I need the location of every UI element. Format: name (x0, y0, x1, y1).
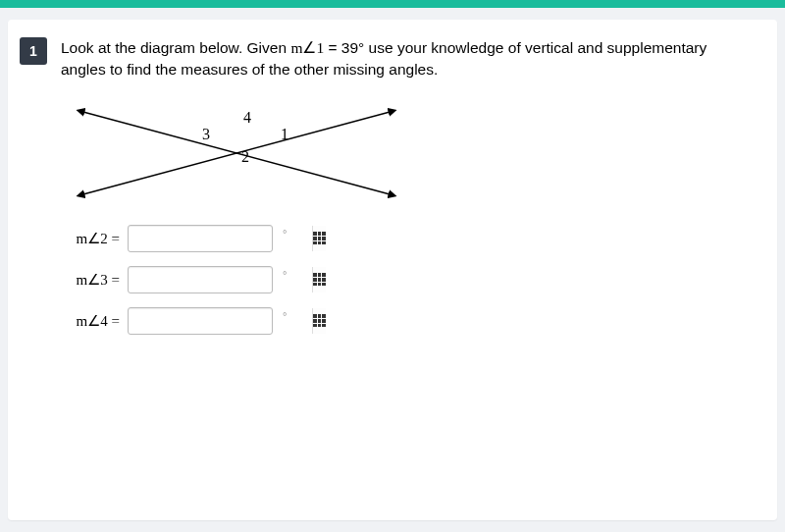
keypad-button-3[interactable] (312, 267, 326, 293)
keypad-icon (313, 273, 326, 286)
keypad-icon (313, 232, 326, 244)
angle-label-3: 3 (202, 126, 210, 143)
keypad-icon (313, 314, 326, 327)
answer-label-4: m∠4 = (65, 312, 120, 330)
given-value: 39° (341, 39, 364, 56)
question-number-badge: 1 (20, 37, 47, 65)
unit-degree-4: ° (283, 310, 287, 322)
question-card: 1 Look at the diagram below. Given m∠1 =… (8, 20, 777, 520)
answers-block: m∠2 = ° m∠3 = (65, 225, 754, 335)
angle-label-4: 4 (243, 109, 251, 127)
angles-diagram: 4 3 1 2 (65, 99, 408, 207)
angle-label-1: 1 (281, 126, 288, 143)
unit-degree-3: ° (283, 269, 287, 281)
answer-box-4 (128, 307, 273, 335)
answer-box-2 (128, 225, 273, 252)
given-variable: m∠1 (290, 39, 324, 56)
answer-label-3: m∠3 = (65, 271, 120, 289)
diagram-container: 4 3 1 2 (65, 99, 754, 207)
angle-label-2: 2 (241, 148, 249, 166)
diagram-svg (65, 99, 408, 207)
answer-label-2: m∠2 = (65, 230, 120, 247)
unit-degree-2: ° (283, 228, 287, 239)
answer-row-4: m∠4 = ° (65, 307, 754, 335)
top-accent-bar (0, 0, 785, 8)
question-header: 1 Look at the diagram below. Given m∠1 =… (20, 37, 754, 81)
keypad-button-2[interactable] (312, 226, 326, 251)
question-text: Look at the diagram below. Given m∠1 = 3… (61, 37, 754, 81)
answer-row-3: m∠3 = ° (65, 266, 754, 293)
equals-sign: = (324, 39, 341, 56)
question-text-pre: Look at the diagram below. Given (61, 39, 290, 56)
keypad-button-4[interactable] (312, 308, 326, 334)
answer-row-2: m∠2 = ° (65, 225, 754, 252)
answer-box-3 (128, 266, 273, 293)
